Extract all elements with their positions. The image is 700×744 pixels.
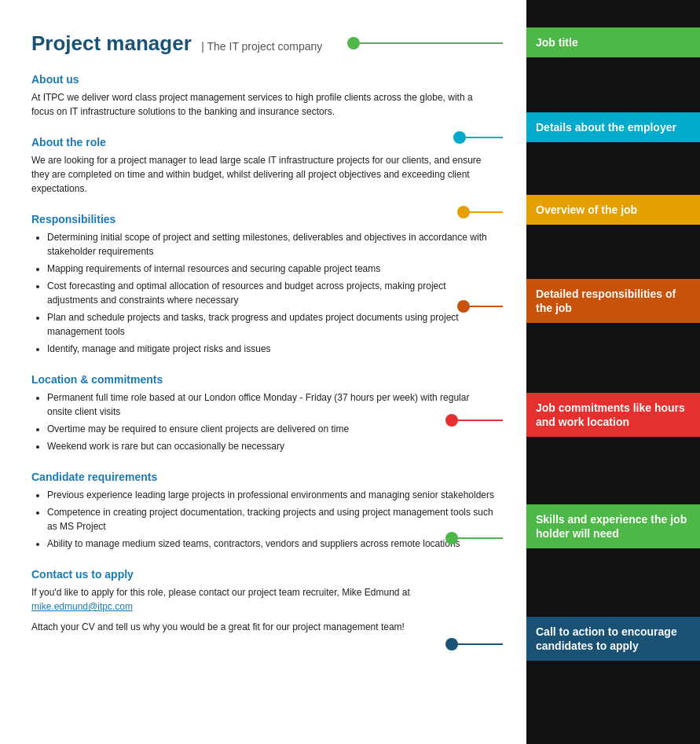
location-section: Location & commitments Permanent full ti… xyxy=(31,373,495,453)
content-panel: Project manager | The IT project company… xyxy=(0,0,526,744)
about-role-section: About the role We are looking for a proj… xyxy=(31,136,495,196)
contact-body2: Attach your CV and tell us why you would… xyxy=(31,620,495,634)
list-item: Competence in creating project documenta… xyxy=(47,505,495,533)
about-us-heading: About us xyxy=(31,73,495,86)
list-item: Cost forecasting and optimal allocation … xyxy=(47,279,495,307)
contact-email[interactable]: mike.edmund@itpc.com xyxy=(31,601,133,612)
annotation-skills: Skills and experience the job holder wil… xyxy=(526,504,700,548)
annotation-job-title: Job title xyxy=(526,27,700,57)
company-name: | The IT project company xyxy=(201,40,322,53)
contact-section: Contact us to apply If you'd like to app… xyxy=(31,568,495,634)
annotation-commitments: Job commitments like hours and work loca… xyxy=(526,393,700,437)
annotation-employer: Details about the employer xyxy=(526,112,700,142)
candidate-heading: Candidate requirements xyxy=(31,471,495,483)
list-item: Weekend work is rare but can occasionall… xyxy=(47,439,495,453)
location-heading: Location & commitments xyxy=(31,373,495,386)
list-item: Determining initial scope of project and… xyxy=(47,230,495,258)
about-us-body: At ITPC we deliver word class project ma… xyxy=(31,90,495,119)
list-item: Identify, manage and mitigate project ri… xyxy=(47,342,495,356)
about-role-body: We are looking for a project manager to … xyxy=(31,153,495,196)
contact-heading: Contact us to apply xyxy=(31,568,495,581)
about-us-section: About us At ITPC we deliver word class p… xyxy=(31,73,495,119)
location-list: Permanent full time role based at our Lo… xyxy=(31,390,495,453)
svg-point-13 xyxy=(445,638,458,651)
list-item: Previous experience leading large projec… xyxy=(47,488,495,502)
responsibilities-section: Responsibilities Determining initial sco… xyxy=(31,213,495,356)
annotation-cta: Call to action to encourage candidates t… xyxy=(526,617,700,661)
list-item: Permanent full time role based at our Lo… xyxy=(47,390,495,419)
responsibilities-list: Determining initial scope of project and… xyxy=(31,230,495,356)
job-title: Project manager xyxy=(31,31,192,55)
annotation-overview: Overview of the job xyxy=(526,195,700,225)
candidate-section: Candidate requirements Previous experien… xyxy=(31,471,495,551)
job-title-section: Project manager | The IT project company xyxy=(31,31,495,56)
list-item: Ability to manage medium sized teams, co… xyxy=(47,537,495,551)
candidate-list: Previous experience leading large projec… xyxy=(31,488,495,551)
annotation-panel: Job title Details about the employer Ove… xyxy=(526,0,700,744)
responsibilities-heading: Responsibilities xyxy=(31,213,495,225)
about-role-heading: About the role xyxy=(31,136,495,148)
annotation-responsibilities: Detailed responsibilities of the job xyxy=(526,279,700,323)
list-item: Overtime may be required to ensure clien… xyxy=(47,422,495,436)
list-item: Plan and schedule projects and tasks, tr… xyxy=(47,310,495,339)
list-item: Mapping requirements of internal resourc… xyxy=(47,262,495,276)
contact-body1: If you'd like to apply for this role, pl… xyxy=(31,585,495,614)
